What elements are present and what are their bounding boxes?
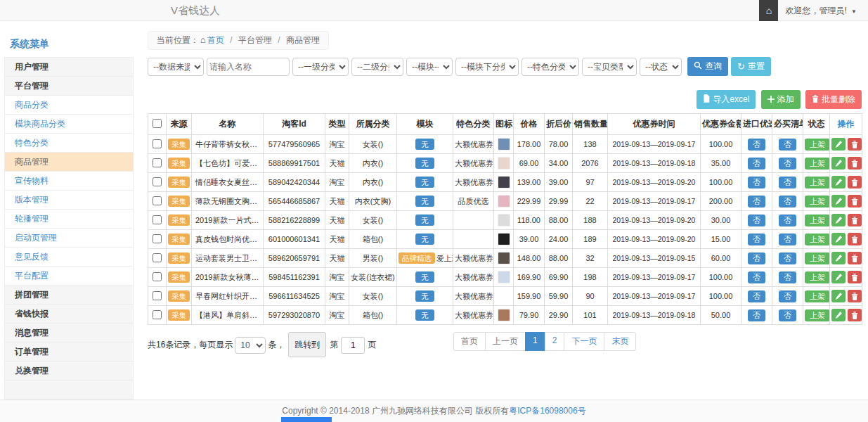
select-all-checkbox[interactable] [153,119,162,128]
must-buy-toggle[interactable]: 否 [779,177,796,188]
status-button[interactable]: 上架 [805,215,830,226]
icp-link[interactable]: 粤ICP备16098006号 [509,406,585,416]
filter-feature[interactable]: --特色分类-- [522,58,579,76]
jump-button[interactable]: 跳转到 [288,332,326,357]
must-buy-toggle[interactable]: 否 [779,196,796,207]
delete-button[interactable] [848,252,862,264]
sidebar-item-6[interactable]: 宣传物料 [4,171,134,191]
row-checkbox[interactable] [153,177,162,186]
edit-button[interactable] [831,233,846,245]
delete-button[interactable] [848,176,862,188]
sidebar-item-14[interactable]: 消息管理 [4,323,134,343]
edit-button[interactable] [831,195,846,207]
status-button[interactable]: 上架 [805,252,830,264]
row-checkbox[interactable] [153,196,162,205]
sidebar-item-2[interactable]: 商品分类 [4,95,134,115]
delete-button[interactable] [848,290,862,302]
status-button[interactable]: 上架 [805,177,830,188]
status-button[interactable]: 上架 [805,271,830,283]
user-menu[interactable]: 欢迎您，管理员! ▼ [778,5,868,17]
search-button[interactable]: 查询 [687,57,728,76]
sidebar-item-5[interactable]: 商品管理 [4,152,134,172]
edit-button[interactable] [831,176,846,188]
jump-page-input[interactable] [341,337,365,354]
import-select-toggle[interactable]: 否 [748,234,765,245]
edit-button[interactable] [831,309,846,321]
filter-module-sub[interactable]: --模块下分类-- [455,58,519,76]
import-select-toggle[interactable]: 否 [748,252,765,264]
delete-button[interactable] [848,195,862,207]
import-select-toggle[interactable]: 否 [748,271,765,283]
must-buy-toggle[interactable]: 否 [779,252,796,264]
import-select-toggle[interactable]: 否 [748,309,765,321]
delete-button[interactable] [848,271,862,283]
sidebar-item-8[interactable]: 轮播管理 [4,209,134,229]
status-button[interactable]: 上架 [805,309,830,321]
row-checkbox[interactable] [153,158,162,167]
home-button[interactable]: ⌂ [759,0,778,21]
must-buy-toggle[interactable]: 否 [779,234,796,245]
reset-button[interactable]: ↻重置 [731,57,771,76]
filter-level2[interactable]: --二级分类-- [351,58,403,76]
must-buy-toggle[interactable]: 否 [779,158,796,170]
row-checkbox[interactable] [153,253,162,262]
sidebar-item-10[interactable]: 意见反馈 [4,247,134,267]
edit-button[interactable] [831,157,846,170]
sidebar-item-11[interactable]: 平台配置 [4,266,134,286]
per-page-select[interactable]: 10 [235,337,266,354]
breadcrumb-home-link[interactable]: 首页 [207,35,224,45]
status-button[interactable]: 上架 [805,139,830,151]
page-link[interactable]: 上一页 [485,332,526,351]
import-select-toggle[interactable]: 否 [748,215,765,226]
row-checkbox[interactable] [153,272,162,281]
filter-level1[interactable]: --一级分类-- [292,58,349,76]
must-buy-toggle[interactable]: 否 [779,309,796,321]
page-link[interactable]: 2 [545,332,565,351]
page-link[interactable]: 下一页 [564,332,604,351]
filter-item-type[interactable]: --宝贝类型-- [582,58,637,76]
filter-data-source[interactable]: --数据来源-- [148,58,204,76]
sidebar-item-1[interactable]: 平台管理 [4,76,134,96]
status-button[interactable]: 上架 [805,290,830,302]
sidebar-item-4[interactable]: 特色分类 [4,133,134,153]
sidebar-item-12[interactable]: 拼团管理 [4,285,134,305]
import-select-toggle[interactable]: 否 [748,290,765,302]
must-buy-toggle[interactable]: 否 [779,271,796,283]
must-buy-toggle[interactable]: 否 [779,139,796,151]
status-button[interactable]: 上架 [805,158,830,170]
status-button[interactable]: 上架 [805,196,830,207]
delete-button[interactable] [848,138,862,151]
must-buy-toggle[interactable]: 否 [779,215,796,226]
filter-status[interactable]: --状态-- [640,58,682,76]
row-checkbox[interactable] [153,234,162,243]
delete-button[interactable] [848,233,862,245]
status-button[interactable]: 上架 [805,234,830,245]
delete-button[interactable] [848,309,862,321]
page-current[interactable]: 1 [525,332,545,351]
row-checkbox[interactable] [153,139,162,148]
edit-button[interactable] [831,214,846,226]
sidebar-item-15[interactable]: 订单管理 [4,342,134,362]
page-link[interactable]: 末页 [604,332,636,351]
must-buy-toggle[interactable]: 否 [779,290,796,302]
delete-button[interactable] [848,214,862,226]
filter-module[interactable]: --模块-- [406,58,453,76]
sidebar-item-13[interactable]: 省钱快报 [4,304,134,324]
page-link[interactable]: 首页 [453,332,486,351]
sidebar-item-3[interactable]: 模块商品分类 [4,114,134,134]
sidebar-item-17[interactable] [4,380,134,399]
filter-name-input[interactable] [207,58,290,76]
import-select-toggle[interactable]: 否 [748,196,765,207]
row-checkbox[interactable] [153,215,162,224]
sidebar-item-9[interactable]: 启动页管理 [4,228,134,248]
batch-delete-button[interactable]: 批量删除 [805,90,862,109]
sidebar-item-7[interactable]: 版本管理 [4,190,134,210]
edit-button[interactable] [831,138,846,151]
add-button[interactable]: 添加 [761,90,801,109]
import-excel-button[interactable]: 导入excel [697,90,756,109]
import-select-toggle[interactable]: 否 [748,139,765,151]
import-select-toggle[interactable]: 否 [748,177,765,188]
edit-button[interactable] [831,290,846,302]
row-checkbox[interactable] [153,291,162,300]
import-select-toggle[interactable]: 否 [748,158,765,170]
